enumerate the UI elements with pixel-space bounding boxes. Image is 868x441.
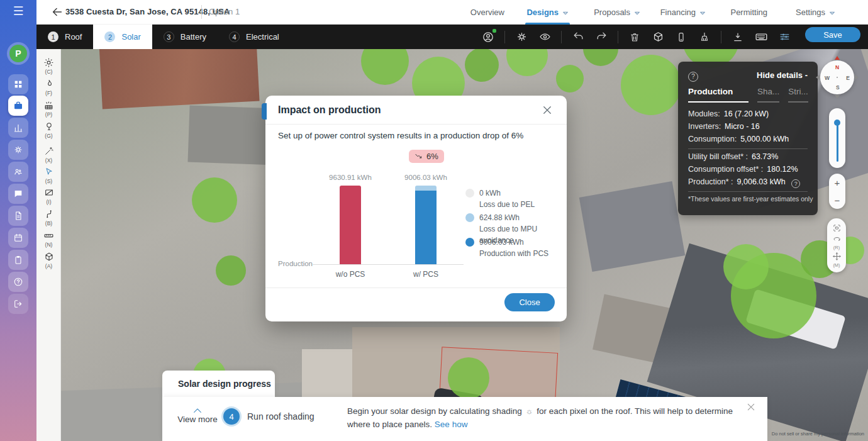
settings-gear-icon[interactable]: [515, 30, 528, 44]
solar-panel-icon: [43, 100, 54, 111]
option-label[interactable]: Option 1: [209, 7, 240, 16]
trend-down-icon: [415, 152, 424, 160]
tab-production[interactable]: Production: [688, 87, 748, 103]
tool-select-cursor[interactable]: (S): [36, 166, 61, 184]
sidebar-item-projects[interactable]: [8, 96, 28, 116]
back-arrow-icon[interactable]: [50, 5, 64, 19]
sidebar-item-team[interactable]: [8, 162, 28, 182]
legend-swatch: [465, 189, 474, 198]
download-icon[interactable]: [731, 30, 745, 44]
magic-wand-icon: [44, 146, 54, 156]
tool-imagery[interactable]: (I): [36, 187, 61, 205]
step-battery[interactable]: 3 Battery: [152, 25, 218, 49]
nav-settings[interactable]: Settings: [789, 0, 842, 25]
step-roof[interactable]: 1 Roof: [36, 25, 93, 49]
tool-cable-stringing[interactable]: (B): [36, 208, 61, 226]
nav-label: Designs: [526, 8, 559, 17]
map-tree: [556, 65, 584, 92]
keyboard-shortcuts-icon[interactable]: [754, 30, 768, 44]
tool-ruler-measure[interactable]: (N): [36, 230, 61, 248]
view-3d-icon[interactable]: [651, 30, 665, 44]
sidebar-item-analytics[interactable]: [8, 118, 28, 138]
modal-close-button[interactable]: Close: [504, 293, 555, 311]
nav-overview[interactable]: Overview: [464, 0, 511, 25]
compass[interactable]: N W E S: [820, 60, 854, 94]
account-sync-icon[interactable]: [481, 30, 495, 44]
zoom-controls: + −: [829, 174, 845, 209]
tool-solar-panel[interactable]: (P): [36, 99, 61, 118]
slider-knob[interactable]: [834, 120, 840, 126]
rotate-icon[interactable]: [832, 234, 842, 243]
divider: [561, 31, 562, 43]
legend-item: 624.88 kWh Loss due to MPU avoidance: [465, 212, 567, 235]
sidebar-item-tasks[interactable]: [8, 250, 28, 270]
see-how-link[interactable]: See how: [435, 420, 468, 429]
tab-shading[interactable]: Sha...: [757, 87, 779, 103]
avatar[interactable]: P: [9, 45, 27, 62]
map-tree: [506, 49, 548, 76]
redo-icon[interactable]: [594, 30, 608, 44]
bar-chart-icon: [13, 123, 23, 133]
help-icon: [13, 277, 23, 287]
mobile-device-icon[interactable]: [674, 30, 688, 44]
tool-magic-wand[interactable]: (X): [36, 145, 61, 164]
zoom-slider[interactable]: [829, 108, 845, 168]
step-electrical[interactable]: 4 Electrical: [218, 25, 291, 49]
compass-east: E: [846, 75, 850, 81]
sidebar-item-dashboard[interactable]: [8, 74, 28, 94]
solar-design-progress-card[interactable]: Solar design progress: [162, 371, 275, 397]
sidebar-item-settings[interactable]: [8, 140, 28, 160]
help-icon[interactable]: ?: [791, 179, 800, 188]
modal-close-icon[interactable]: [542, 104, 553, 116]
sidebar-item-documents[interactable]: [8, 206, 28, 226]
fit-view-icon[interactable]: [832, 223, 842, 233]
delete-trash-icon[interactable]: [628, 30, 642, 44]
zoom-out-button[interactable]: −: [835, 196, 840, 205]
privacy-link[interactable]: Do not sell or share my personal informa…: [772, 431, 864, 437]
tab-strings[interactable]: Stri...: [788, 87, 808, 103]
view-more-button[interactable]: View more: [175, 407, 220, 424]
save-button[interactable]: Save: [805, 27, 860, 42]
sidebar-item-logout[interactable]: [8, 294, 28, 314]
step-number: 3: [164, 31, 174, 42]
spec-row-consumption: Consumption:5,000.00 kWh: [688, 135, 789, 143]
tree-icon: [44, 121, 54, 131]
rotate-shortcut: (R): [833, 245, 840, 250]
hamburger-menu-icon[interactable]: ☰: [9, 4, 28, 19]
chevron-down-icon: [634, 10, 640, 16]
step-solar[interactable]: 2 Solar: [93, 25, 152, 49]
tool-shortcut: (P): [36, 111, 61, 118]
visibility-eye-icon[interactable]: [538, 30, 552, 44]
help-icon[interactable]: ?: [688, 72, 698, 82]
map-tree: [448, 357, 489, 399]
tool-fire-setback[interactable]: (F): [36, 78, 61, 96]
offset-value: 180.12%: [767, 165, 798, 174]
cleanup-brush-icon[interactable]: [698, 30, 711, 44]
nav-proposals[interactable]: Proposals: [587, 0, 647, 25]
undo-icon[interactable]: [571, 30, 585, 44]
tool-shortcut: (G): [36, 133, 61, 139]
tool-sun-irradiance[interactable]: (C): [36, 57, 61, 75]
divider: [721, 31, 721, 43]
cube-icon: [44, 252, 54, 262]
nav-permitting[interactable]: Permitting: [724, 0, 774, 25]
tool-palette: (C) (F) (P) (G) (X) (S) (I) (B): [36, 49, 61, 441]
banner-close-icon[interactable]: [746, 402, 756, 412]
legend-label: Loss due to MPU avoidance: [479, 223, 567, 235]
nav-designs[interactable]: Designs: [520, 0, 575, 25]
step-number: 4: [229, 31, 240, 42]
legend-label: Loss due to PEL: [479, 199, 567, 210]
layers-filter-icon[interactable]: [777, 30, 791, 44]
sidebar-item-help[interactable]: [8, 272, 28, 292]
sidebar-item-messages[interactable]: [8, 184, 28, 204]
zoom-in-button[interactable]: +: [835, 178, 840, 187]
tool-azimuth-box[interactable]: (A): [36, 251, 61, 269]
tool-tree-obstruction[interactable]: (G): [36, 121, 61, 139]
sun-icon: [43, 57, 54, 68]
nav-financing[interactable]: Financing: [654, 0, 712, 25]
nav-label: Proposals: [594, 8, 630, 17]
chart-legend: 0 kWh Loss due to PEL 624.88 kWh Loss du…: [465, 187, 567, 261]
hide-details-link[interactable]: Hide details -: [757, 70, 808, 80]
sidebar-item-calendar[interactable]: [8, 228, 28, 248]
move-icon[interactable]: [832, 252, 842, 261]
